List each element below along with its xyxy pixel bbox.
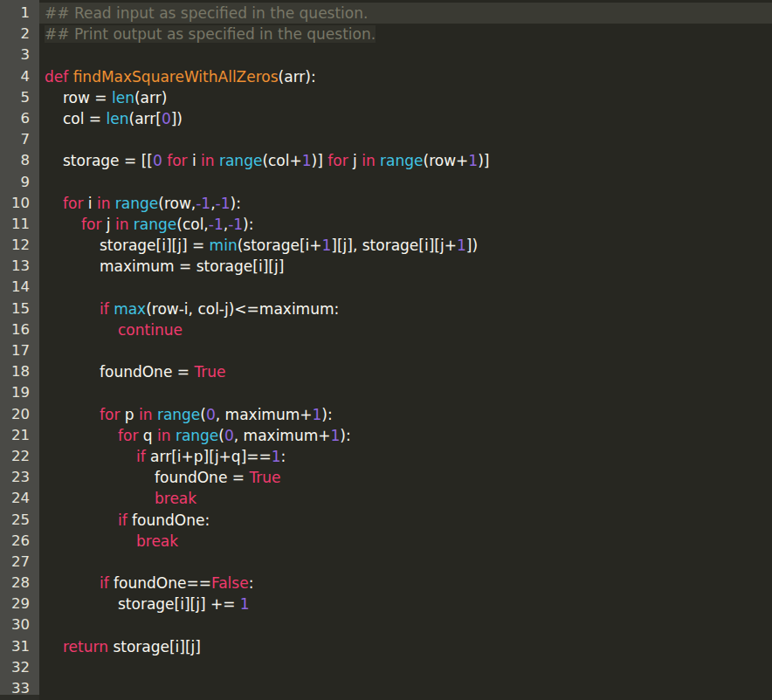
code-line[interactable]: foundOne = True (39, 361, 772, 382)
code-token-number: 1 (457, 237, 466, 254)
line-number[interactable]: 24 (0, 488, 39, 509)
code-token-builtin: range (115, 195, 158, 212)
code-line[interactable]: for i in range(row,-1,-1): (39, 193, 772, 214)
code-token-text: (row, (158, 195, 196, 212)
code-line[interactable]: break (39, 531, 772, 552)
code-line[interactable] (39, 172, 772, 193)
code-token-text: ]) (171, 110, 183, 127)
line-number[interactable]: 32 (0, 657, 39, 678)
code-token-text: (row-i, col-j)<=maximum: (146, 300, 339, 318)
line-number[interactable]: 23 (0, 467, 39, 488)
code-line[interactable]: storage = [[0 for i in range(col+1)] for… (39, 150, 772, 171)
line-number[interactable]: 22 (0, 446, 39, 467)
code-token-text: i (83, 195, 97, 212)
code-token-text: j (101, 216, 115, 233)
code-token-keyword: for (167, 152, 187, 169)
code-line[interactable] (39, 340, 772, 361)
code-line[interactable] (39, 678, 772, 699)
line-number[interactable]: 9 (0, 172, 39, 193)
line-number[interactable]: 17 (0, 340, 39, 361)
code-line[interactable]: storage[i][j] = min(storage[i+1][j], sto… (39, 235, 772, 256)
code-token-text: , maximum+ (234, 427, 331, 444)
line-number[interactable]: 5 (0, 87, 39, 108)
code-line[interactable]: row = len(arr) (39, 87, 772, 108)
code-token-text: p (120, 406, 139, 423)
line-number[interactable]: 16 (0, 319, 39, 340)
line-number[interactable]: 2 (0, 24, 39, 45)
code-token-keyword: for (81, 216, 101, 233)
code-token-number: 1 (331, 427, 341, 444)
line-number[interactable]: 3 (0, 45, 39, 65)
code-line[interactable]: if max(row-i, col-j)<=maximum: (39, 299, 772, 319)
code-token-keyword: if (118, 511, 128, 529)
code-token-builtin: range (219, 152, 262, 169)
code-editor[interactable]: 1234567891011121314151617181920212223242… (0, 0, 772, 700)
line-number[interactable]: 6 (0, 108, 39, 129)
line-number[interactable]: 28 (0, 573, 39, 594)
code-line[interactable]: def findMaxSquareWithAllZeros(arr): (39, 66, 772, 87)
code-token-text: arr[i+p][j+q]== (146, 448, 272, 465)
code-line[interactable]: ## Print output as specified in the ques… (39, 24, 772, 45)
code-line[interactable]: if foundOne: (39, 510, 772, 531)
code-line[interactable]: if foundOne==False: (39, 573, 772, 594)
line-number[interactable]: 27 (0, 552, 39, 573)
code-line[interactable]: return storage[i][j] (39, 636, 772, 657)
line-number[interactable]: 25 (0, 510, 39, 531)
code-token-text: (arr): (279, 68, 316, 86)
code-token-keyword: in (157, 427, 171, 444)
code-token-text: ): (243, 216, 253, 233)
line-number[interactable]: 21 (0, 425, 39, 446)
code-token-text: q (138, 427, 157, 444)
line-number[interactable]: 31 (0, 636, 39, 657)
code-line[interactable]: if arr[i+p][j+q]==1: (39, 446, 772, 467)
code-token-keyword: continue (118, 321, 183, 339)
line-number-gutter: 1234567891011121314151617181920212223242… (0, 0, 39, 695)
code-line[interactable]: for j in range(col,-1,-1): (39, 214, 772, 235)
line-number[interactable]: 20 (0, 404, 39, 425)
line-number[interactable]: 11 (0, 214, 39, 235)
code-token-number: 1 (302, 152, 312, 169)
code-token-keyword: in (97, 195, 111, 212)
line-number[interactable]: 19 (0, 382, 39, 403)
line-number[interactable]: 10 (0, 193, 39, 214)
code-token-text: ): (340, 427, 350, 444)
code-token-text: storage[i][j] = (100, 237, 210, 254)
code-line[interactable]: continue (39, 319, 772, 340)
code-line[interactable]: foundOne = True (39, 467, 772, 488)
code-token-keyword: def (45, 68, 68, 86)
line-number[interactable]: 1 (0, 3, 39, 24)
code-line[interactable]: break (39, 488, 772, 509)
code-area[interactable]: ## Read input as specified in the questi… (39, 3, 772, 699)
line-number[interactable]: 4 (0, 66, 39, 87)
line-number[interactable]: 8 (0, 150, 39, 171)
code-token-text: ( (200, 406, 206, 423)
code-line[interactable] (39, 614, 772, 635)
line-number[interactable]: 18 (0, 361, 39, 382)
code-line[interactable]: maximum = storage[i][j] (39, 256, 772, 277)
code-line[interactable]: storage[i][j] += 1 (39, 594, 772, 614)
code-line[interactable]: ## Read input as specified in the questi… (39, 3, 772, 24)
code-token-text: : (281, 448, 286, 465)
line-number[interactable]: 15 (0, 299, 39, 319)
code-token-builtin: len (112, 89, 134, 106)
code-line[interactable] (39, 552, 772, 573)
line-number[interactable]: 7 (0, 129, 39, 150)
code-line[interactable] (39, 277, 772, 298)
code-line[interactable] (39, 129, 772, 150)
code-line[interactable]: for q in range(0, maximum+1): (39, 425, 772, 446)
code-line[interactable] (39, 657, 772, 678)
code-token-text: )] (478, 152, 489, 169)
code-line[interactable] (39, 45, 772, 65)
line-number[interactable]: 30 (0, 614, 39, 635)
code-token-text: (row+ (424, 152, 469, 169)
code-token-text: i (188, 152, 202, 169)
code-line[interactable]: for p in range(0, maximum+1): (39, 404, 772, 425)
line-number[interactable]: 29 (0, 594, 39, 614)
line-number[interactable]: 14 (0, 277, 39, 298)
code-line[interactable]: col = len(arr[0]) (39, 108, 772, 129)
line-number[interactable]: 26 (0, 531, 39, 552)
code-line[interactable] (39, 382, 772, 403)
code-token-keyword: if (100, 574, 109, 592)
line-number[interactable]: 13 (0, 256, 39, 277)
line-number[interactable]: 12 (0, 235, 39, 256)
